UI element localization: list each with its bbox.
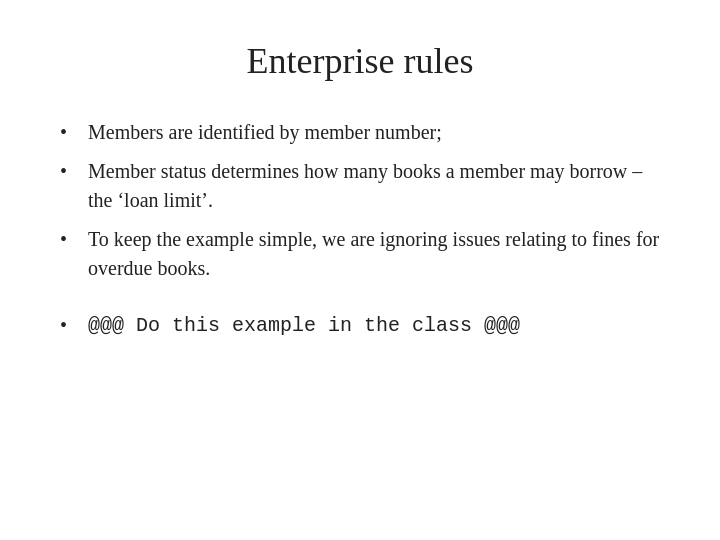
bullet-symbol: • <box>60 225 88 254</box>
bullet-symbol: • <box>60 118 88 147</box>
bullet-text-1: Members are identified by member number; <box>88 118 660 147</box>
list-item: • Member status determines how many book… <box>60 157 660 215</box>
spacer <box>60 293 660 311</box>
slide-title: Enterprise rules <box>60 40 660 82</box>
bullet-symbol: • <box>60 311 88 340</box>
bullet-text-3: To keep the example simple, we are ignor… <box>88 225 660 283</box>
list-item: • @@@ Do this example in the class @@@ <box>60 311 660 340</box>
bullet-symbol: • <box>60 157 88 186</box>
list-item: • To keep the example simple, we are ign… <box>60 225 660 283</box>
bullet-list: • Members are identified by member numbe… <box>60 118 660 350</box>
bullet-text-2: Member status determines how many books … <box>88 157 660 215</box>
bullet-text-4: @@@ Do this example in the class @@@ <box>88 311 660 340</box>
list-item: • Members are identified by member numbe… <box>60 118 660 147</box>
